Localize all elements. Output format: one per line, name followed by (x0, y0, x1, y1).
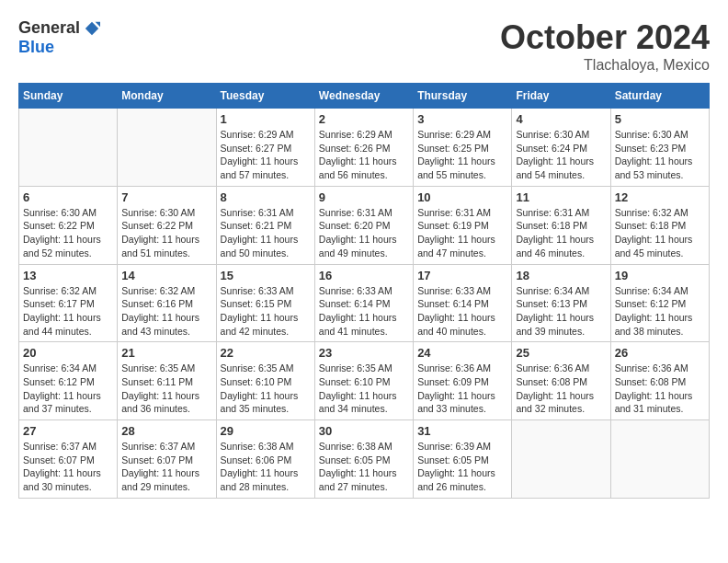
day-number: 10 (417, 190, 507, 204)
logo-icon (84, 20, 100, 37)
day-number: 6 (23, 190, 113, 204)
day-number: 22 (221, 346, 311, 360)
day-info: Sunrise: 6:38 AM Sunset: 6:05 PM Dayligh… (319, 440, 409, 494)
calendar-week-row: 13Sunrise: 6:32 AM Sunset: 6:17 PM Dayli… (19, 264, 710, 342)
weekday-header: Saturday (610, 84, 709, 109)
day-info: Sunrise: 6:34 AM Sunset: 6:12 PM Dayligh… (23, 362, 113, 416)
calendar-cell: 5Sunrise: 6:30 AM Sunset: 6:23 PM Daylig… (610, 109, 709, 187)
calendar-cell: 29Sunrise: 6:38 AM Sunset: 6:06 PM Dayli… (216, 420, 314, 499)
day-number: 7 (121, 190, 211, 204)
weekday-header: Wednesday (314, 84, 413, 109)
day-number: 14 (121, 269, 211, 282)
day-number: 25 (516, 346, 606, 360)
weekday-header: Friday (512, 84, 610, 109)
calendar-cell (19, 109, 118, 187)
day-number: 11 (516, 190, 606, 204)
calendar-cell: 16Sunrise: 6:33 AM Sunset: 6:14 PM Dayli… (314, 264, 413, 342)
calendar-cell: 17Sunrise: 6:33 AM Sunset: 6:14 PM Dayli… (414, 264, 512, 342)
day-info: Sunrise: 6:36 AM Sunset: 6:08 PM Dayligh… (615, 362, 705, 416)
calendar-cell: 25Sunrise: 6:36 AM Sunset: 6:08 PM Dayli… (512, 342, 610, 420)
calendar-cell: 1Sunrise: 6:29 AM Sunset: 6:27 PM Daylig… (216, 109, 314, 187)
calendar-cell: 31Sunrise: 6:39 AM Sunset: 6:05 PM Dayli… (414, 420, 512, 499)
calendar-cell: 18Sunrise: 6:34 AM Sunset: 6:13 PM Dayli… (512, 264, 610, 342)
calendar-cell: 9Sunrise: 6:31 AM Sunset: 6:20 PM Daylig… (314, 186, 413, 264)
day-info: Sunrise: 6:30 AM Sunset: 6:24 PM Dayligh… (516, 128, 606, 182)
day-number: 17 (417, 269, 507, 282)
calendar-cell: 14Sunrise: 6:32 AM Sunset: 6:16 PM Dayli… (118, 264, 216, 342)
day-number: 8 (221, 190, 311, 204)
day-info: Sunrise: 6:33 AM Sunset: 6:14 PM Dayligh… (417, 284, 507, 339)
day-number: 31 (417, 424, 507, 438)
day-info: Sunrise: 6:32 AM Sunset: 6:17 PM Dayligh… (23, 284, 113, 339)
day-number: 19 (615, 269, 705, 282)
day-info: Sunrise: 6:34 AM Sunset: 6:12 PM Dayligh… (615, 284, 705, 339)
day-number: 18 (516, 269, 606, 282)
calendar-cell: 26Sunrise: 6:36 AM Sunset: 6:08 PM Dayli… (610, 342, 709, 420)
day-number: 5 (615, 112, 705, 126)
day-number: 21 (121, 346, 211, 360)
day-info: Sunrise: 6:38 AM Sunset: 6:06 PM Dayligh… (221, 440, 311, 494)
day-number: 26 (615, 346, 705, 360)
day-info: Sunrise: 6:30 AM Sunset: 6:23 PM Dayligh… (615, 128, 705, 182)
calendar-cell: 30Sunrise: 6:38 AM Sunset: 6:05 PM Dayli… (314, 420, 413, 499)
day-number: 29 (221, 424, 311, 438)
day-number: 1 (221, 112, 311, 126)
day-info: Sunrise: 6:29 AM Sunset: 6:25 PM Dayligh… (417, 128, 507, 182)
day-info: Sunrise: 6:29 AM Sunset: 6:26 PM Dayligh… (319, 128, 409, 182)
calendar-cell (610, 420, 709, 499)
calendar-cell: 13Sunrise: 6:32 AM Sunset: 6:17 PM Dayli… (19, 264, 118, 342)
calendar-cell: 3Sunrise: 6:29 AM Sunset: 6:25 PM Daylig… (414, 109, 512, 187)
month-title: October 2024 (500, 18, 710, 57)
calendar-cell: 20Sunrise: 6:34 AM Sunset: 6:12 PM Dayli… (19, 342, 118, 420)
calendar-cell: 28Sunrise: 6:37 AM Sunset: 6:07 PM Dayli… (118, 420, 216, 499)
day-info: Sunrise: 6:32 AM Sunset: 6:16 PM Dayligh… (121, 284, 211, 339)
day-number: 4 (516, 112, 606, 126)
day-number: 28 (121, 424, 211, 438)
calendar-week-row: 1Sunrise: 6:29 AM Sunset: 6:27 PM Daylig… (19, 109, 710, 187)
calendar-cell: 23Sunrise: 6:35 AM Sunset: 6:10 PM Dayli… (314, 342, 413, 420)
day-number: 3 (417, 112, 507, 126)
weekday-header-row: SundayMondayTuesdayWednesdayThursdayFrid… (19, 84, 710, 109)
weekday-header: Monday (118, 84, 216, 109)
weekday-header: Tuesday (216, 84, 314, 109)
day-info: Sunrise: 6:29 AM Sunset: 6:27 PM Dayligh… (221, 128, 311, 182)
calendar-cell: 27Sunrise: 6:37 AM Sunset: 6:07 PM Dayli… (19, 420, 118, 499)
day-number: 13 (23, 269, 113, 282)
calendar-cell: 15Sunrise: 6:33 AM Sunset: 6:15 PM Dayli… (216, 264, 314, 342)
day-number: 9 (319, 190, 409, 204)
day-info: Sunrise: 6:39 AM Sunset: 6:05 PM Dayligh… (417, 440, 507, 494)
calendar-cell: 10Sunrise: 6:31 AM Sunset: 6:19 PM Dayli… (414, 186, 512, 264)
calendar-cell: 22Sunrise: 6:35 AM Sunset: 6:10 PM Dayli… (216, 342, 314, 420)
day-info: Sunrise: 6:35 AM Sunset: 6:10 PM Dayligh… (319, 362, 409, 416)
calendar-week-row: 6Sunrise: 6:30 AM Sunset: 6:22 PM Daylig… (19, 186, 710, 264)
day-info: Sunrise: 6:31 AM Sunset: 6:20 PM Dayligh… (319, 206, 409, 260)
day-info: Sunrise: 6:36 AM Sunset: 6:08 PM Dayligh… (516, 362, 606, 416)
day-number: 24 (417, 346, 507, 360)
day-info: Sunrise: 6:35 AM Sunset: 6:10 PM Dayligh… (221, 362, 311, 416)
day-number: 12 (615, 190, 705, 204)
calendar-cell: 7Sunrise: 6:30 AM Sunset: 6:22 PM Daylig… (118, 186, 216, 264)
day-number: 15 (221, 269, 311, 282)
day-number: 27 (23, 424, 113, 438)
title-block: October 2024 Tlachaloya, Mexico (500, 18, 710, 74)
calendar-cell (118, 109, 216, 187)
weekday-header: Sunday (19, 84, 118, 109)
day-info: Sunrise: 6:30 AM Sunset: 6:22 PM Dayligh… (23, 206, 113, 260)
calendar-cell: 4Sunrise: 6:30 AM Sunset: 6:24 PM Daylig… (512, 109, 610, 187)
calendar-cell: 12Sunrise: 6:32 AM Sunset: 6:18 PM Dayli… (610, 186, 709, 264)
calendar-week-row: 27Sunrise: 6:37 AM Sunset: 6:07 PM Dayli… (19, 420, 710, 499)
logo: General Blue (18, 18, 100, 57)
day-info: Sunrise: 6:33 AM Sunset: 6:14 PM Dayligh… (319, 284, 409, 339)
weekday-header: Thursday (414, 84, 512, 109)
day-info: Sunrise: 6:31 AM Sunset: 6:18 PM Dayligh… (516, 206, 606, 260)
calendar-cell: 24Sunrise: 6:36 AM Sunset: 6:09 PM Dayli… (414, 342, 512, 420)
page-header: General Blue October 2024 Tlachaloya, Me… (18, 18, 710, 74)
day-info: Sunrise: 6:34 AM Sunset: 6:13 PM Dayligh… (516, 284, 606, 339)
day-info: Sunrise: 6:35 AM Sunset: 6:11 PM Dayligh… (121, 362, 211, 416)
location-text: Tlachaloya, Mexico (500, 57, 710, 74)
day-number: 23 (319, 346, 409, 360)
day-info: Sunrise: 6:36 AM Sunset: 6:09 PM Dayligh… (417, 362, 507, 416)
logo-general-text: General (18, 18, 80, 38)
day-info: Sunrise: 6:32 AM Sunset: 6:18 PM Dayligh… (615, 206, 705, 260)
day-info: Sunrise: 6:31 AM Sunset: 6:19 PM Dayligh… (417, 206, 507, 260)
